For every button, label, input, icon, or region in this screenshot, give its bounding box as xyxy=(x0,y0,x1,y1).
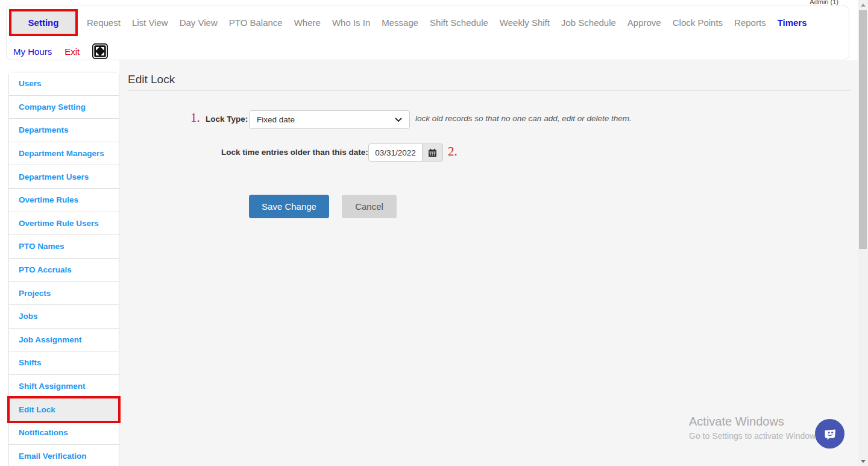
sidebar-item-projects[interactable]: Projects xyxy=(9,282,119,305)
cancel-button[interactable]: Cancel xyxy=(342,195,397,218)
sidebar-item-edit-lock[interactable]: Edit Lock xyxy=(9,398,119,421)
calendar-icon[interactable] xyxy=(422,143,443,162)
sidebar-item-shift-assignment[interactable]: Shift Assignment xyxy=(9,375,119,398)
lock-type-help-text: lock old records so that no one can add,… xyxy=(415,114,632,123)
tab-message[interactable]: Message xyxy=(382,17,418,28)
lock-type-select[interactable]: Fixed date xyxy=(249,110,410,129)
tab-shift-schedule[interactable]: Shift Schedule xyxy=(430,17,488,28)
tab-weekly-shift[interactable]: Weekly Shift xyxy=(500,17,550,28)
sidebar-item-pto-accruals[interactable]: PTO Accruals xyxy=(9,259,119,282)
admin-account-label[interactable]: Admin (1) xyxy=(810,0,838,5)
tab-list-view[interactable]: List View xyxy=(132,17,168,28)
sidebar-item-notifications[interactable]: Notifications xyxy=(9,421,119,445)
my-hours-link[interactable]: My Hours xyxy=(13,46,52,57)
expand-arrows-icon[interactable] xyxy=(92,43,108,59)
chat-bubble-icon[interactable] xyxy=(815,419,844,449)
sidebar-item-overtime-rule-users[interactable]: Overtime Rule Users xyxy=(9,212,119,236)
lock-date-label: Lock time entries older than this date: xyxy=(221,148,368,157)
activate-windows-watermark: Activate Windows Go to Settings to activ… xyxy=(689,415,820,441)
nav-row-primary: Setting Request List View Day View PTO B… xyxy=(7,8,849,36)
tab-pto-balance[interactable]: PTO Balance xyxy=(229,17,283,28)
chevron-down-icon xyxy=(395,118,402,122)
tab-job-schedule[interactable]: Job Schedule xyxy=(561,17,616,28)
watermark-line2: Go to Settings to activate Windows xyxy=(689,431,820,441)
sidebar-item-department-users[interactable]: Department Users xyxy=(9,165,119,189)
tab-clock-points[interactable]: Clock Points xyxy=(673,17,723,28)
tab-setting[interactable]: Setting xyxy=(11,11,75,34)
tab-day-view[interactable]: Day View xyxy=(180,17,218,28)
vertical-scrollbar[interactable] xyxy=(858,0,868,466)
lock-type-selected-value: Fixed date xyxy=(257,115,295,124)
tab-reports[interactable]: Reports xyxy=(734,17,766,28)
watermark-line1: Activate Windows xyxy=(689,415,820,429)
lock-type-label: Lock Type: xyxy=(206,115,248,124)
scrollbar-thumb[interactable] xyxy=(859,10,867,249)
sidebar-item-shifts[interactable]: Shifts xyxy=(9,351,119,375)
sidebar-item-overtime-rules[interactable]: Overtime Rules xyxy=(9,189,119,212)
sidebar-item-email-verification[interactable]: Email Verification xyxy=(9,445,119,466)
tab-approve[interactable]: Approve xyxy=(627,17,661,28)
sidebar-item-pto-names[interactable]: PTO Names xyxy=(9,235,119,259)
tab-where[interactable]: Where xyxy=(294,17,321,28)
sidebar-item-job-assignment[interactable]: Job Assignment xyxy=(9,329,119,352)
scroll-down-icon[interactable] xyxy=(858,456,868,466)
nav-row-secondary: My Hours Exit xyxy=(7,43,849,59)
sidebar-item-users[interactable]: Users xyxy=(9,72,119,96)
main-content: Edit Lock 1. Lock Type: Fixed date lock … xyxy=(119,60,858,466)
sidebar-item-company-setting[interactable]: Company Setting xyxy=(9,96,119,119)
title-divider xyxy=(128,90,851,91)
sidebar-item-departments[interactable]: Departments xyxy=(9,119,119,142)
step-2-marker: 2. xyxy=(448,144,458,159)
exit-link[interactable]: Exit xyxy=(64,46,80,57)
top-navigation-panel: Setting Request List View Day View PTO B… xyxy=(6,5,849,60)
sidebar-item-jobs[interactable]: Jobs xyxy=(9,305,119,329)
settings-sidebar: Users Company Setting Departments Depart… xyxy=(8,72,119,466)
tab-timers[interactable]: Timers xyxy=(778,17,807,28)
lock-date-input[interactable] xyxy=(368,143,423,162)
tab-who-is-in[interactable]: Who Is In xyxy=(332,17,370,28)
step-1-marker: 1. xyxy=(190,110,200,125)
save-change-button[interactable]: Save Change xyxy=(249,195,329,218)
page-title: Edit Lock xyxy=(128,73,175,86)
scroll-up-icon[interactable] xyxy=(858,0,868,10)
sidebar-item-department-managers[interactable]: Department Managers xyxy=(9,142,119,166)
tab-request[interactable]: Request xyxy=(87,17,121,28)
